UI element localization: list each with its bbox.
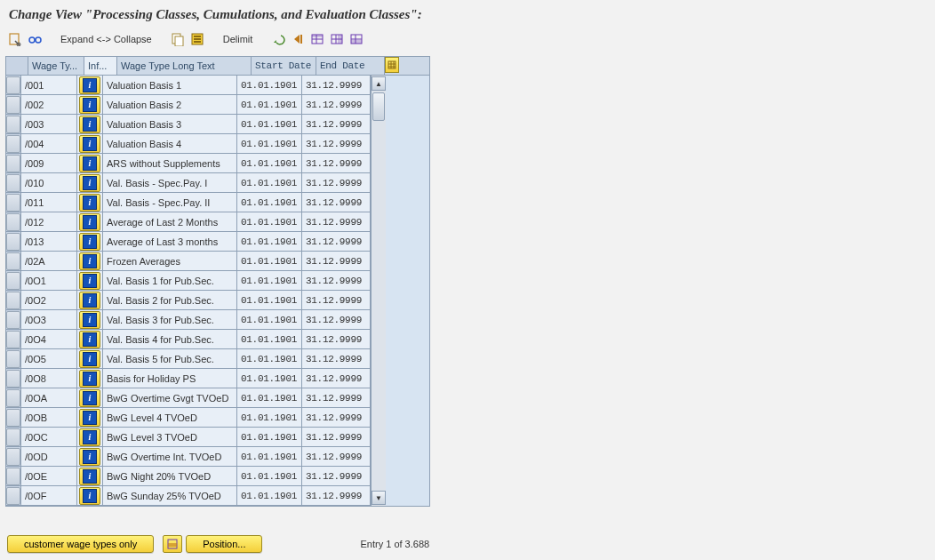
info-icon[interactable]: i bbox=[79, 174, 100, 192]
table-row[interactable]: /0O1iVal. Basis 1 for Pub.Sec.01.01.1901… bbox=[6, 271, 371, 291]
cell-info[interactable]: i bbox=[77, 467, 103, 485]
row-selector[interactable] bbox=[6, 193, 21, 212]
info-icon[interactable]: i bbox=[79, 116, 100, 133]
glasses-icon[interactable] bbox=[27, 31, 43, 47]
cell-info[interactable]: i bbox=[77, 310, 103, 329]
cell-info[interactable]: i bbox=[77, 173, 103, 192]
col-start-date[interactable]: Start Date bbox=[252, 57, 316, 75]
expand-collapse-button[interactable]: Expand <-> Collapse bbox=[60, 34, 152, 44]
customer-wage-types-button[interactable]: customer wage types only bbox=[7, 535, 154, 553]
cell-info[interactable]: i bbox=[77, 95, 103, 114]
cell-info[interactable]: i bbox=[77, 154, 103, 172]
col-long-text[interactable]: Wage Type Long Text bbox=[117, 57, 252, 75]
table-row[interactable]: /003iValuation Basis 301.01.190131.12.99… bbox=[6, 115, 371, 134]
vertical-scrollbar[interactable]: ▲ ▼ bbox=[371, 76, 386, 506]
row-selector[interactable] bbox=[6, 134, 21, 153]
table-settings2-icon[interactable] bbox=[329, 31, 345, 47]
row-selector[interactable] bbox=[6, 271, 21, 290]
table-row[interactable]: /013iAverage of Last 3 months01.01.19013… bbox=[6, 232, 371, 252]
cell-info[interactable]: i bbox=[77, 447, 103, 466]
info-icon[interactable]: i bbox=[79, 233, 100, 251]
table-row[interactable]: /004iValuation Basis 401.01.190131.12.99… bbox=[6, 134, 371, 154]
info-icon[interactable]: i bbox=[79, 252, 100, 270]
detail-icon[interactable] bbox=[7, 31, 23, 47]
cell-info[interactable]: i bbox=[77, 134, 103, 153]
info-icon[interactable]: i bbox=[79, 448, 100, 466]
select-all-icon[interactable] bbox=[189, 31, 205, 47]
col-wage-type[interactable]: Wage Ty... bbox=[28, 57, 84, 75]
row-selector[interactable] bbox=[6, 467, 21, 485]
row-selector[interactable] bbox=[6, 173, 21, 192]
col-info[interactable]: Inf... bbox=[84, 57, 117, 75]
row-selector[interactable] bbox=[6, 154, 21, 172]
table-row[interactable]: /0OFiBwG Sunday 25% TVOeD01.01.190131.12… bbox=[6, 486, 371, 506]
info-icon[interactable]: i bbox=[79, 292, 100, 309]
cell-info[interactable]: i bbox=[77, 115, 103, 133]
info-icon[interactable]: i bbox=[79, 96, 100, 114]
delimit-button[interactable]: Delimit bbox=[223, 34, 253, 44]
row-selector[interactable] bbox=[6, 232, 21, 251]
table-row[interactable]: /0OBiBwG Level 4 TVOeD01.01.190131.12.99… bbox=[6, 408, 371, 428]
cell-info[interactable]: i bbox=[77, 291, 103, 309]
scroll-thumb[interactable] bbox=[372, 92, 385, 121]
table-row[interactable]: /0O2iVal. Basis 2 for Pub.Sec.01.01.1901… bbox=[6, 291, 371, 310]
table-row[interactable]: /011iVal. Basis - Spec.Pay. II01.01.1901… bbox=[6, 193, 371, 212]
info-icon[interactable]: i bbox=[79, 213, 100, 231]
info-icon[interactable]: i bbox=[79, 311, 100, 329]
scroll-down-icon[interactable]: ▼ bbox=[372, 491, 386, 505]
info-icon[interactable]: i bbox=[79, 350, 100, 368]
table-row[interactable]: /0ODiBwG Overtime Int. TVOeD01.01.190131… bbox=[6, 447, 371, 467]
cell-info[interactable]: i bbox=[77, 408, 103, 427]
cell-info[interactable]: i bbox=[77, 369, 103, 388]
table-row[interactable]: /002iValuation Basis 201.01.190131.12.99… bbox=[6, 95, 371, 115]
info-icon[interactable]: i bbox=[79, 389, 100, 407]
table-row[interactable]: /009iARS without Supplements01.01.190131… bbox=[6, 154, 371, 173]
row-selector[interactable] bbox=[6, 212, 21, 231]
row-selector[interactable] bbox=[6, 486, 21, 505]
row-selector[interactable] bbox=[6, 291, 21, 309]
row-selector[interactable] bbox=[6, 369, 21, 388]
row-selector[interactable] bbox=[6, 447, 21, 466]
cell-info[interactable]: i bbox=[77, 388, 103, 407]
position-icon[interactable] bbox=[163, 535, 182, 553]
prev-variant-icon[interactable] bbox=[290, 31, 306, 47]
table-row[interactable]: /010iVal. Basis - Spec.Pay. I01.01.19013… bbox=[6, 173, 371, 193]
table-row[interactable]: /0O3iVal. Basis 3 for Pub.Sec.01.01.1901… bbox=[6, 310, 371, 330]
table-row[interactable]: /0O5iVal. Basis 5 for Pub.Sec.01.01.1901… bbox=[6, 349, 371, 369]
cell-info[interactable]: i bbox=[77, 252, 103, 270]
table-row[interactable]: /0OCiBwG Level 3 TVOeD01.01.190131.12.99… bbox=[6, 428, 371, 447]
row-selector[interactable] bbox=[6, 330, 21, 348]
row-selector[interactable] bbox=[6, 252, 21, 270]
copy-icon[interactable] bbox=[170, 31, 186, 47]
table-settings-icon[interactable] bbox=[309, 31, 325, 47]
info-icon[interactable]: i bbox=[79, 331, 100, 348]
scroll-up-icon[interactable]: ▲ bbox=[372, 76, 386, 91]
info-icon[interactable]: i bbox=[79, 487, 100, 505]
cell-info[interactable]: i bbox=[77, 76, 103, 94]
cell-info[interactable]: i bbox=[77, 232, 103, 251]
cell-info[interactable]: i bbox=[77, 428, 103, 446]
cell-info[interactable]: i bbox=[77, 271, 103, 290]
table-row[interactable]: /0O8iBasis for Holiday PS01.01.190131.12… bbox=[6, 369, 371, 388]
row-selector[interactable] bbox=[6, 310, 21, 329]
cell-info[interactable]: i bbox=[77, 212, 103, 231]
row-selector[interactable] bbox=[6, 95, 21, 114]
info-icon[interactable]: i bbox=[79, 194, 100, 212]
info-icon[interactable]: i bbox=[79, 409, 100, 427]
table-row[interactable]: /012iAverage of Last 2 Months01.01.19013… bbox=[6, 212, 371, 232]
table-row[interactable]: /0OEiBwG Night 20% TVOeD01.01.190131.12.… bbox=[6, 467, 371, 486]
undo-icon[interactable] bbox=[270, 31, 286, 47]
cell-info[interactable]: i bbox=[77, 486, 103, 505]
col-select[interactable] bbox=[6, 57, 28, 75]
info-icon[interactable]: i bbox=[79, 76, 100, 94]
col-end-date[interactable]: End Date bbox=[316, 57, 385, 75]
table-settings3-icon[interactable] bbox=[348, 31, 364, 47]
row-selector[interactable] bbox=[6, 349, 21, 368]
configure-columns-icon[interactable] bbox=[385, 57, 399, 73]
position-button[interactable]: Position... bbox=[186, 535, 262, 553]
row-selector[interactable] bbox=[6, 428, 21, 446]
row-selector[interactable] bbox=[6, 76, 21, 94]
cell-info[interactable]: i bbox=[77, 349, 103, 368]
info-icon[interactable]: i bbox=[79, 272, 100, 290]
row-selector[interactable] bbox=[6, 388, 21, 407]
